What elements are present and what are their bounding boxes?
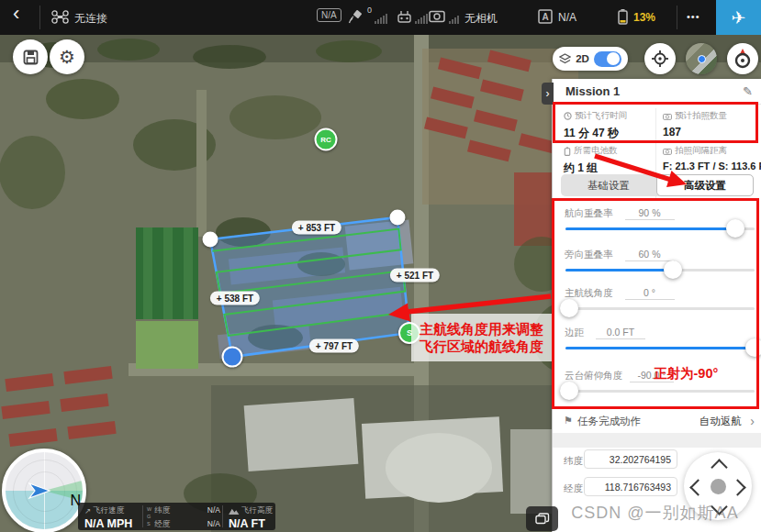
map-layer-preview-button[interactable] [686, 43, 717, 74]
altitude-label: 飞行高度 [241, 505, 273, 516]
mission-settings-button[interactable]: ⚙ [50, 39, 84, 74]
flight-mode-value: N/A [558, 11, 576, 24]
stat-value-photo-count: 187 [663, 126, 760, 139]
slider-row-forward-overlap: 航向重叠率90 % [565, 204, 755, 240]
drone-icon [51, 10, 69, 24]
edge-length-label: + 538 FT [210, 292, 260, 305]
layers-icon [559, 53, 571, 65]
lat-value: N/A [207, 505, 220, 516]
stat-label: 拍照间隔距离 [675, 145, 727, 157]
save-icon [23, 50, 39, 65]
nudge-dpad [684, 452, 752, 520]
compass-icon [733, 48, 753, 70]
rc-location-marker: RC [315, 128, 338, 151]
mission-panel: Mission 1 ✎ 预计飞行时间 11 分 47 秒 预计拍照数量 187 … [552, 79, 761, 532]
stat-value-flight-time: 11 分 47 秒 [564, 126, 661, 141]
lat-label: 纬度 [154, 505, 170, 516]
satellite-count: 0 [367, 6, 372, 15]
camera-signal-bars [449, 13, 459, 24]
gps-mode-badge: N/A [317, 8, 341, 22]
slider-track[interactable] [565, 307, 755, 310]
flag-icon: ⚑ [564, 415, 573, 427]
layers-icon [535, 513, 550, 525]
waypoint-handle[interactable] [390, 210, 406, 226]
longitude-label: 经度 [564, 482, 583, 495]
more-menu-button[interactable]: ••• [687, 11, 700, 22]
lng-label: 经度 [154, 519, 170, 530]
slider-track[interactable] [565, 347, 755, 349]
slider-thumb[interactable] [726, 219, 744, 238]
slider-label: 主航线角度 [565, 287, 613, 298]
dpad-left-button[interactable] [689, 479, 706, 495]
waypoint-handle[interactable] [203, 232, 218, 248]
slider-track[interactable] [565, 227, 755, 230]
chevron-right-icon: › [546, 87, 550, 100]
dpad-down-button[interactable] [711, 498, 727, 515]
mission-title: Mission 1 [565, 84, 620, 98]
crosshair-icon [651, 50, 669, 68]
gear-icon: ⚙ [59, 46, 75, 68]
svg-text:A: A [542, 12, 548, 22]
speed-value: N/A MPH [84, 517, 142, 530]
slider-label: 旁向重叠率 [565, 249, 613, 260]
connection-status: 无连接 [74, 11, 107, 27]
airplane-icon: ✈ [732, 7, 746, 28]
dpad-right-button[interactable] [729, 479, 745, 495]
edge-length-label: + 521 FT [390, 269, 440, 283]
slider-value-input[interactable]: 0 ° [625, 287, 675, 300]
aircraft-heading-icon [28, 480, 51, 502]
flight-mode-icon: A [537, 8, 554, 25]
stat-label: 所需电池数 [574, 145, 618, 157]
attitude-compass: N [2, 449, 86, 532]
settings-tabs: 基础设置 高级设置 [561, 174, 754, 196]
slider-track[interactable] [565, 269, 755, 272]
slider-thumb[interactable] [560, 299, 578, 317]
save-mission-button[interactable] [13, 39, 48, 74]
battery-icon [617, 8, 629, 26]
remote-controller-icon [397, 9, 412, 24]
waypoint-handle-selected[interactable] [222, 347, 243, 368]
finish-action-row[interactable]: ⚑ 任务完成动作 自动返航 › [553, 411, 761, 433]
slider-value-input[interactable]: 0.0 FT [596, 327, 645, 339]
edit-mission-button[interactable]: ✎ [743, 84, 753, 98]
slider-value-input[interactable]: 60 % [625, 249, 675, 261]
latitude-input[interactable] [584, 449, 677, 469]
status-bar: ‹ 无连接 N/A 0 无相机 A N/A [0, 0, 761, 35]
map-mode-toggle[interactable]: 2D [553, 47, 628, 71]
annotation-gimbal-note: 正射为-90° [654, 365, 718, 382]
slider-value-input[interactable]: 90 % [625, 207, 675, 220]
2d-toggle-switch[interactable] [594, 51, 621, 67]
takeoff-button[interactable]: ✈ [716, 0, 761, 35]
dpad-up-button[interactable] [711, 459, 727, 475]
wgs-label: WGS [147, 505, 151, 530]
panel-collapse-button[interactable]: › [542, 83, 554, 105]
dpad-center-button[interactable] [711, 479, 726, 494]
speed-label: 飞行速度 [93, 505, 124, 516]
slider-row-margin: 边距0.0 FT [565, 323, 755, 360]
map-layers-button[interactable] [526, 506, 558, 531]
slider-label: 航向重叠率 [565, 207, 613, 218]
slider-label: 边距 [565, 327, 584, 338]
chevron-right-icon: › [750, 414, 755, 428]
battery-icon [564, 147, 571, 156]
tab-advanced-settings[interactable]: 高级设置 [656, 174, 754, 196]
camera-icon [429, 10, 445, 23]
locate-button[interactable] [644, 43, 676, 74]
slider-thumb[interactable] [664, 260, 682, 279]
tab-basic-settings[interactable]: 基础设置 [561, 174, 656, 196]
back-button[interactable]: ‹ [13, 2, 19, 26]
altitude-icon [229, 507, 240, 515]
stat-label: 预计飞行时间 [575, 110, 627, 122]
longitude-input[interactable] [584, 477, 677, 496]
lng-value: N/A [207, 519, 220, 530]
battery-percent: 13% [633, 11, 655, 24]
camera-icon [663, 113, 672, 120]
speed-icon: ↗ [84, 506, 91, 515]
map-mode-label: 2D [576, 53, 589, 64]
slider-row-side-overlap: 旁向重叠率60 % [565, 245, 755, 282]
slider-track[interactable] [565, 390, 755, 393]
compass-reset-button[interactable] [727, 43, 758, 74]
slider-thumb[interactable] [560, 382, 578, 400]
slider-thumb[interactable] [745, 338, 761, 357]
annotation-text-box: 主航线角度用来调整 飞行区域的航线角度 [411, 314, 552, 361]
